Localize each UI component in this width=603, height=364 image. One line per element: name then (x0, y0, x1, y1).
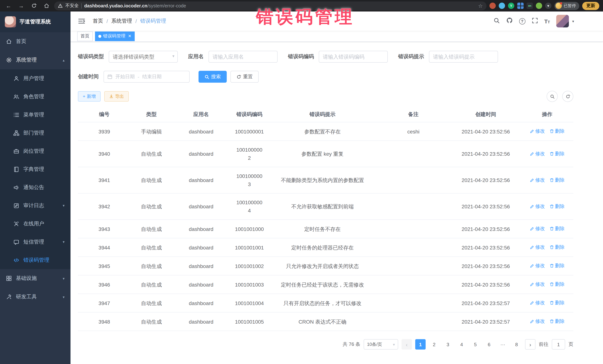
page-button-2[interactable]: 2 (429, 339, 439, 350)
extensions-pin-icon[interactable]: ▼ (545, 3, 551, 9)
sidebar-item-menus[interactable]: 菜单管理 (0, 106, 70, 124)
sidebar-item-notices[interactable]: 通知公告 (0, 178, 70, 197)
extension-icon-2[interactable] (499, 3, 505, 9)
github-icon[interactable] (506, 17, 513, 25)
prev-page-button[interactable]: ‹ (402, 339, 412, 350)
sidebar-item-dev-tools[interactable]: 研发工具 ▾ (0, 288, 70, 306)
edit-button[interactable]: 修改 (530, 127, 545, 135)
sidebar-item-error-code[interactable]: 错误码管理 (0, 251, 70, 269)
app-name-input[interactable] (209, 51, 278, 63)
breadcrumb-system[interactable]: 系统管理 (111, 18, 132, 24)
sidebar-item-system[interactable]: 系统管理 ▴ (0, 51, 70, 69)
browser-home-button[interactable] (42, 1, 51, 10)
user-avatar[interactable] (556, 15, 569, 27)
sidebar-item-audit-log[interactable]: 审计日志 ▾ (0, 197, 70, 215)
page-button-6[interactable]: 6 (484, 339, 494, 350)
delete-button[interactable]: 删除 (549, 202, 565, 210)
browser-reload-button[interactable] (29, 1, 39, 10)
error-message-input[interactable] (429, 51, 498, 63)
page-button-8[interactable]: 8 (511, 339, 522, 350)
error-type-select[interactable] (109, 51, 178, 63)
font-size-icon[interactable]: TT (544, 18, 550, 24)
delete-button[interactable]: 删除 (549, 280, 565, 288)
search-button[interactable]: 搜索 (198, 71, 227, 83)
delete-button[interactable]: 删除 (549, 176, 565, 184)
cell-type: 自动生成 (131, 257, 172, 275)
error-code-input[interactable] (319, 51, 388, 63)
edit-button[interactable]: 修改 (530, 317, 545, 325)
browser-address-bar[interactable]: 不安全 dashboard.yudao.iocoder.cn/system/er… (54, 1, 487, 10)
extension-icon-6[interactable] (536, 3, 542, 9)
tab-home[interactable]: 首页 (77, 31, 93, 41)
edit-button[interactable]: 修改 (530, 280, 545, 288)
page-button-4[interactable]: 4 (456, 339, 467, 350)
page-button-3[interactable]: 3 (443, 339, 453, 350)
refresh-table-button[interactable] (562, 91, 573, 102)
edit-button[interactable]: 修改 (530, 202, 545, 210)
trash-icon (549, 151, 554, 156)
page-button-1[interactable]: 1 (415, 339, 426, 350)
page-ellipsis-button[interactable]: ··· (498, 339, 508, 350)
reset-button[interactable]: 重置 (231, 71, 259, 83)
export-button[interactable]: 导出 (104, 91, 129, 101)
pencil-icon (530, 301, 534, 305)
url-text[interactable]: dashboard.yudao.iocoder.cn/system/error-… (84, 3, 475, 8)
browser-update-button[interactable]: 更新 (582, 2, 599, 10)
close-tab-icon[interactable]: ✕ (128, 34, 131, 39)
chevron-down-icon[interactable]: ▾ (572, 19, 574, 23)
edit-button[interactable]: 修改 (530, 243, 545, 251)
delete-button[interactable]: 删除 (549, 262, 565, 270)
next-page-button[interactable]: › (525, 339, 535, 350)
tab-error-code[interactable]: 错误码管理 ✕ (95, 31, 135, 41)
fullscreen-icon[interactable] (532, 17, 538, 25)
goto-page-input[interactable] (552, 339, 565, 350)
security-label[interactable]: 不安全 (65, 3, 79, 9)
extension-icon-5[interactable]: on (527, 3, 533, 9)
cell-app: dashboard (172, 220, 230, 238)
delete-button[interactable]: 删除 (549, 299, 565, 307)
sidebar-item-sms[interactable]: 短信管理 ▾ (0, 233, 70, 251)
page-size-select[interactable]: 10条/页 ▾ (364, 339, 398, 350)
sidebar-item-home[interactable]: 首页 (0, 32, 70, 51)
browser-profile-chip[interactable]: 已暂停 (554, 2, 579, 10)
page-button-5[interactable]: 5 (470, 339, 481, 350)
delete-button[interactable]: 删除 (549, 150, 565, 158)
sidebar-item-roles[interactable]: 角色管理 (0, 88, 70, 106)
sidebar-item-positions[interactable]: 岗位管理 (0, 142, 70, 160)
help-icon[interactable]: ? (519, 18, 525, 24)
code-icon (13, 257, 19, 263)
edit-button[interactable]: 修改 (530, 150, 545, 158)
delete-button[interactable]: 删除 (549, 225, 565, 233)
date-range-picker[interactable]: 开始日期 - 结束日期 (104, 71, 190, 83)
delete-button[interactable]: 删除 (549, 243, 565, 251)
edit-button[interactable]: 修改 (530, 262, 545, 270)
sidebar-item-departments[interactable]: 部门管理 (0, 124, 70, 142)
sidebar-item-infrastructure[interactable]: 基础设施 ▾ (0, 269, 70, 288)
edit-button[interactable]: 修改 (530, 299, 545, 307)
sidebar-item-users[interactable]: 用户管理 (0, 69, 70, 88)
edit-button[interactable]: 修改 (530, 176, 545, 184)
extension-icon-3[interactable]: V (508, 3, 514, 9)
sidebar-item-dictionary[interactable]: 字典管理 (0, 160, 70, 178)
breadcrumb-home[interactable]: 首页 (93, 18, 103, 24)
extension-icon-4[interactable] (517, 3, 524, 9)
url-domain: dashboard.yudao.iocoder.cn (84, 3, 147, 8)
browser-back-button[interactable]: ← (4, 1, 13, 10)
page-content: 错误码类型 ▾ 应用名 错误码编码 (70, 42, 603, 364)
extension-icon-1[interactable] (489, 3, 496, 9)
show-search-toggle-button[interactable] (547, 91, 558, 102)
error-code-label: 错误码编码 (288, 53, 314, 60)
filter-row-2: 创建时间 开始日期 - 结束日期 搜索 (78, 71, 573, 83)
bookmark-star-icon[interactable]: ☆ (478, 3, 483, 9)
cell-code: 100100000 3 (230, 167, 269, 193)
header-search-icon[interactable] (493, 17, 500, 25)
app-logo[interactable]: 芋道管理系统 (0, 11, 70, 32)
delete-button[interactable]: 删除 (549, 127, 565, 135)
delete-button[interactable]: 删除 (549, 317, 565, 325)
sidebar-item-online-users[interactable]: 在线用户 (0, 215, 70, 233)
browser-forward-button[interactable]: → (16, 1, 26, 10)
sidebar-toggle-button[interactable] (76, 18, 88, 24)
active-dot-icon (98, 35, 101, 38)
add-button[interactable]: + 新增 (78, 91, 101, 101)
edit-button[interactable]: 修改 (530, 225, 545, 233)
